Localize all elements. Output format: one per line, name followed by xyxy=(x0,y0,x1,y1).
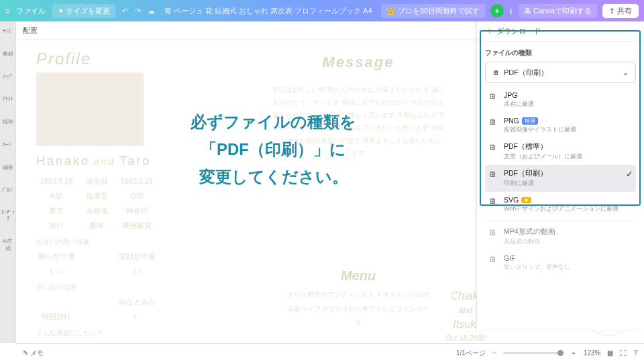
file-icon: 🗎 xyxy=(488,169,498,180)
menu-icon[interactable]: ≡ xyxy=(5,7,9,15)
print-button[interactable]: 🖶 Canvaで印刷する xyxy=(519,4,597,18)
undo-icon[interactable]: ↶ xyxy=(122,7,128,15)
fullscreen-icon[interactable]: ⛶ xyxy=(620,349,627,357)
nav-item[interactable]: 編集 xyxy=(3,164,13,171)
filetype-option-svg[interactable]: 🗎SVG ★Webデザインおよびアニメーションに最適 xyxy=(485,192,636,217)
grid-view-icon[interactable]: ▦ xyxy=(607,349,613,357)
filetype-option-pdfprint[interactable]: 🗎PDF（印刷） 印刷に最適✓ xyxy=(485,165,636,192)
zoom-out-icon[interactable]: − xyxy=(492,349,496,357)
cloud-icon[interactable]: ☁ xyxy=(148,7,155,15)
footer-bar: ✎ メモ 1/1ページ − ＋ 123% ▦ ⛶ ? xyxy=(16,343,644,362)
file-icon: 🗎 xyxy=(488,227,498,238)
zoom-value[interactable]: 123% xyxy=(584,349,601,357)
file-icon: 🗎 xyxy=(488,254,498,265)
redo-icon[interactable]: ↷ xyxy=(135,7,141,15)
nav-item[interactable]: ｻｲｽﾞ xyxy=(3,28,13,34)
filetype-option-gif[interactable]: 🗎GIF 短いクリップ、音声なし xyxy=(485,250,636,276)
back-icon[interactable]: 〈 xyxy=(484,26,491,36)
filetype-label: ファイルの種類 xyxy=(485,48,636,58)
memo-button[interactable]: ✎ メモ xyxy=(23,349,44,358)
top-bar: ≡ ファイル ✦ サイズを変更 ↶ ↷ ☁ 青 ベージュ 花 結婚式 おしゃれ … xyxy=(0,0,644,21)
nav-item[interactable]: ｱｯﾌﾟ xyxy=(3,74,13,80)
file-menu[interactable]: ファイル xyxy=(16,6,46,16)
left-nav: ｻｲｽﾞ 素材 ｱｯﾌﾟ ﾃｷｽﾄ 描画 ﾛｰﾄﾞ 編集 ﾌﾟﾛｼﾞ ｵｰﾃﾞｨ… xyxy=(0,21,16,343)
resize-button[interactable]: ✦ サイズを変更 xyxy=(52,4,115,18)
nav-item[interactable]: AI生成 xyxy=(0,237,15,252)
file-icon: 🗎 xyxy=(488,142,498,153)
file-icon: 🗎 xyxy=(488,117,498,127)
filetype-select[interactable]: 🗎 PDF（印刷） ⌄ xyxy=(485,62,636,83)
profile-photo xyxy=(36,72,144,146)
nav-item[interactable]: ﾃｷｽﾄ xyxy=(3,96,13,102)
page-indicator[interactable]: 1/1ページ xyxy=(456,349,486,358)
menu-block: Menu グリル野菜のアンティパスト トマトとバジルの冷製スープ グリルされた牛… xyxy=(284,268,432,330)
help-icon[interactable]: ? xyxy=(633,349,637,357)
zoom-in-icon[interactable]: ＋ xyxy=(570,349,577,358)
nav-item[interactable]: ﾛｰﾄﾞ xyxy=(3,141,13,147)
filetype-option-png[interactable]: 🗎PNG 推奨複雑画像やイラストに最適 xyxy=(485,113,636,138)
check-icon: ✓ xyxy=(626,169,633,179)
chevron-down-icon: ⌄ xyxy=(623,68,629,77)
file-icon: 🗎 xyxy=(488,91,498,102)
add-button[interactable]: + xyxy=(490,4,504,17)
panel-title: ダウンロード xyxy=(496,26,541,36)
filetype-options: 🗎JPG 共有に最適🗎PNG 推奨複雑画像やイラストに最適🗎PDF（標準） 文書… xyxy=(485,87,636,276)
file-icon: 🗎 xyxy=(488,196,498,206)
arrange-button[interactable]: 配置 xyxy=(23,25,38,36)
filetype-option-jpg[interactable]: 🗎JPG 共有に最適 xyxy=(485,87,636,113)
filetype-option-mp4[interactable]: 🗎MP4形式の動画 高品質の動画 xyxy=(485,223,636,250)
try-pro-button[interactable]: 👑 プロを30日間無料で試す xyxy=(381,4,485,18)
filetype-option-pdfstd[interactable]: 🗎PDF（標準） 文書（およびメール）に最適 xyxy=(485,138,636,165)
share-button[interactable]: ⇪ 共有 xyxy=(602,4,639,18)
download-panel: 〈 ダウンロード ファイルの種類 🗎 PDF（印刷） ⌄ 🗎JPG 共有に最適🗎… xyxy=(476,21,644,330)
file-icon: 🗎 xyxy=(492,68,500,76)
chart-icon[interactable]: ⫿ xyxy=(509,7,513,15)
nav-item[interactable]: ｵｰﾃﾞｨｵ xyxy=(0,209,15,221)
nav-item[interactable]: 素材 xyxy=(3,50,13,58)
nav-item[interactable]: ﾌﾟﾛｼﾞ xyxy=(1,187,15,193)
zoom-slider[interactable] xyxy=(503,352,564,354)
nav-item[interactable]: 描画 xyxy=(3,118,13,125)
instruction-overlay: 必ずファイルの種類を 「PDF（印刷）」に 変更してください。 xyxy=(191,109,356,190)
doc-title[interactable]: 青 ベージュ 花 結婚式 おしゃれ 席次表 プロフィールブック A4 xyxy=(162,6,374,16)
